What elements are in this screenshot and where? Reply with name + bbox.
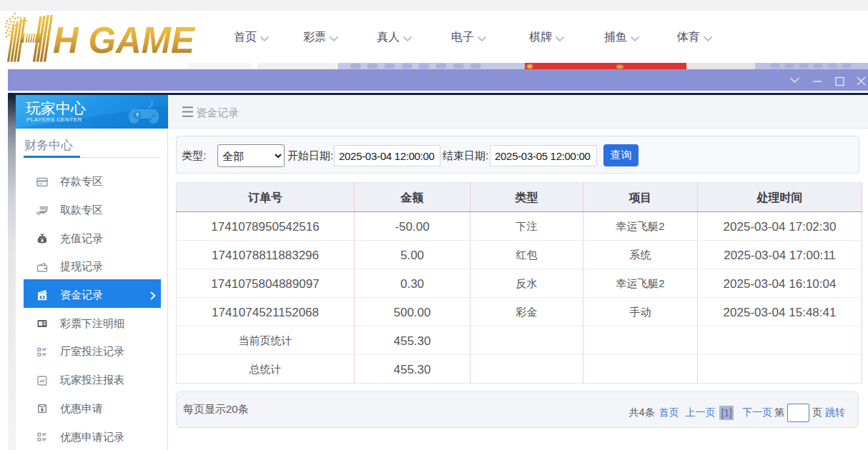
svg-text:H GAME: H GAME bbox=[53, 19, 195, 61]
